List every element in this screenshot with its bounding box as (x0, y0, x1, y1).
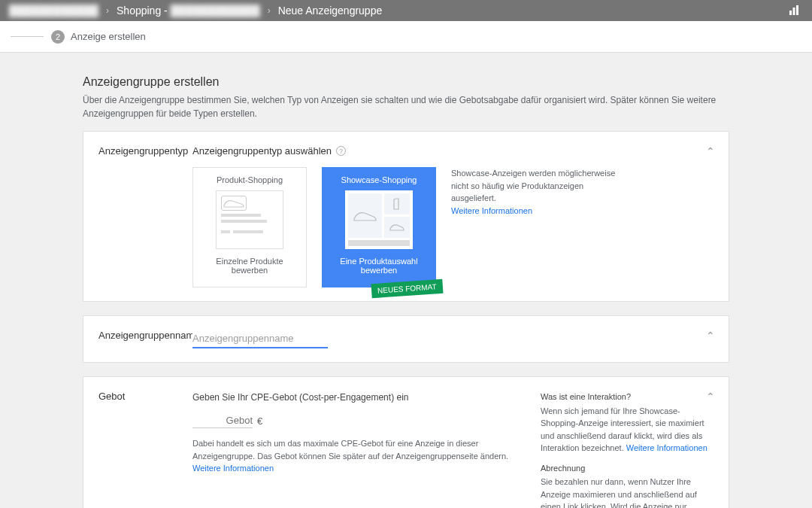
card-product-shopping[interactable]: Produkt-Shopping Einzelne Produkte bewer… (192, 167, 307, 287)
name-label: Anzeigengruppenname (98, 330, 192, 348)
crumb-campaign[interactable]: Shopping - ████████████ (117, 5, 260, 17)
new-format-badge: NEUES FORMAT (371, 279, 444, 299)
adgroup-name-panel: ⌃ Anzeigengruppenname (83, 315, 729, 363)
svg-rect-1 (793, 8, 795, 15)
bid-note-link[interactable]: Weitere Informationen (192, 464, 274, 473)
chevron-right-icon: › (268, 5, 271, 16)
crumb-account[interactable]: ████████████ (9, 5, 98, 17)
svg-rect-2 (796, 5, 798, 15)
bid-note: Dabei handelt es sich um das maximale CP… (192, 437, 518, 475)
product-illustration (216, 190, 283, 249)
interaction-info-link[interactable]: Weitere Informationen (626, 443, 707, 452)
svg-rect-0 (789, 11, 792, 15)
currency-label: € (257, 415, 262, 427)
breadcrumb-header: ████████████ › Shopping - ████████████ ›… (0, 0, 812, 21)
card-showcase-shopping[interactable]: Showcase-Shopping Eine Produktauswahl be… (322, 167, 436, 287)
adgroup-name-input[interactable] (192, 330, 328, 348)
type-label: Anzeigengruppentyp (98, 145, 192, 287)
bid-panel: ⌃ Gebot Geben Sie Ihr CPE-Gebot (Cost-pe… (83, 376, 729, 508)
crumb-current: Neue Anzeigengruppe (278, 5, 383, 17)
collapse-icon[interactable]: ⌃ (706, 330, 715, 342)
adgroup-type-panel: ⌃ Anzeigengruppentyp Anzeigengruppentyp … (83, 131, 729, 302)
bid-info: Was ist eine Interaktion? Wenn sich jema… (541, 391, 714, 508)
page-subtitle: Über die Anzeigengruppe bestimmen Sie, w… (83, 93, 729, 120)
stepper-line (11, 36, 44, 37)
collapse-icon[interactable]: ⌃ (706, 145, 715, 157)
bid-input[interactable] (192, 413, 253, 428)
showcase-illustration (345, 190, 413, 249)
bid-instruction: Geben Sie Ihr CPE-Gebot (Cost-per-Engage… (192, 391, 518, 404)
help-icon[interactable]: ? (336, 146, 346, 156)
page-title: Anzeigengruppe erstellen (83, 75, 729, 89)
bid-label: Gebot (98, 391, 192, 508)
stepper-label: Anzeige erstellen (71, 31, 146, 42)
stepper: 2 Anzeige erstellen (0, 21, 812, 53)
type-info: Showcase-Anzeigen werden möglicherweise … (451, 167, 624, 287)
collapse-icon[interactable]: ⌃ (706, 391, 715, 403)
chevron-right-icon: › (106, 5, 109, 16)
stepper-circle: 2 (51, 30, 65, 44)
type-subhead: Anzeigengruppentyp auswählen (192, 145, 332, 157)
bar-chart-icon[interactable] (785, 2, 803, 20)
type-info-link[interactable]: Weitere Informationen (451, 206, 532, 215)
